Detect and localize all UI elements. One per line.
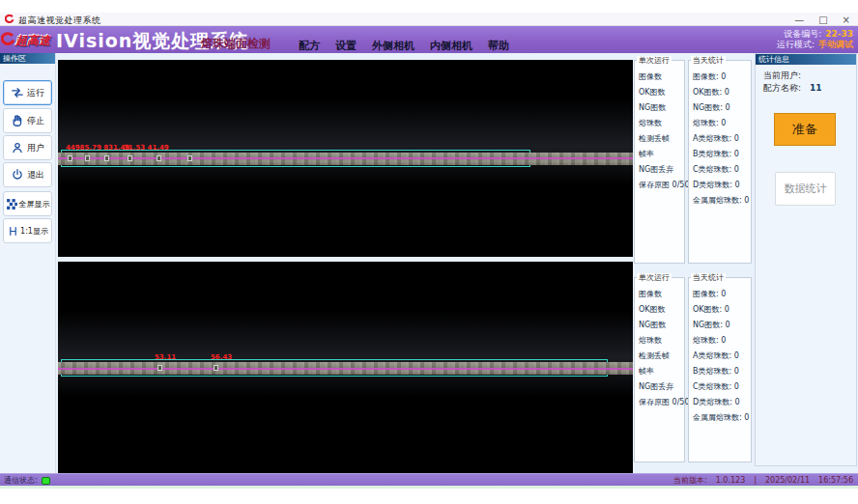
inner-camera-view: 53.11 56.43 (58, 262, 633, 473)
stat-row: B类熔珠数: 0 (693, 364, 751, 379)
minimize-button[interactable]: — (794, 14, 804, 25)
stat-row: NG图数 (639, 100, 684, 116)
stat-row: B类熔珠数: 0 (693, 147, 751, 162)
version-value: 1.0.123 (716, 476, 746, 485)
single-run-title: 单次运行 (637, 273, 672, 283)
exit-button[interactable]: 退出 (3, 162, 52, 187)
detection-mark (128, 155, 132, 161)
fullscreen-button[interactable]: 全屏显示 (3, 191, 52, 216)
run-button[interactable]: 运行 (3, 80, 52, 105)
laser-line (58, 368, 633, 370)
exit-button-label: 退出 (27, 169, 44, 182)
one-to-one-button[interactable]: 1:1显示 (3, 218, 52, 243)
stop-button[interactable]: 停止 (3, 108, 52, 133)
fullscreen-button-label: 全屏显示 (19, 199, 50, 210)
recipe-name-label: 配方名称: (763, 83, 801, 93)
run-mode-label: 运行模式: (777, 40, 815, 50)
one-to-one-icon (7, 225, 19, 238)
stats-group-outer: 单次运行 图像数 OK图数 NG图数 熔珠数 检测丢帧 帧率 NG图丢弃 保存原… (634, 56, 752, 264)
fullscreen-grid-icon (6, 198, 18, 210)
stat-row: 熔珠数: 0 (693, 116, 751, 131)
stat-row: OK图数 (639, 85, 684, 100)
user-button[interactable]: 用户 (3, 135, 52, 160)
prepare-button[interactable]: 准备 (774, 113, 836, 146)
menu-inner-camera[interactable]: 内侧相机 (430, 39, 472, 53)
separator: | (754, 476, 757, 485)
stat-row: 保存原图 0/500 (639, 178, 684, 193)
stat-row: OK图数 (639, 302, 684, 318)
detection-mark (187, 155, 192, 161)
stat-row: OK图数: 0 (693, 302, 751, 318)
stat-row: 熔珠数 (639, 333, 684, 349)
stat-row: 熔珠数 (639, 116, 684, 131)
detection-mark (214, 365, 218, 371)
close-button[interactable]: × (843, 14, 850, 25)
version-label: 当前版本: (673, 475, 707, 486)
single-run-box: 单次运行 图像数 OK图数 NG图数 熔珠数 检测丢帧 帧率 NG图丢弃 保存原… (634, 60, 685, 264)
app-subtitle: 熔珠端面检测 (201, 36, 271, 52)
stat-row: D类熔珠数: 0 (693, 178, 751, 193)
measurement-annotation: 53.11 (155, 353, 176, 361)
sidebar-title: 操作区 (0, 53, 55, 64)
menu-help[interactable]: 帮助 (488, 39, 509, 53)
os-title-bar: 超高速视觉处理系统 — □ × (0, 13, 858, 26)
current-user-row: 当前用户: (763, 70, 807, 82)
detection-mark (68, 155, 72, 161)
bottom-accent-strip (0, 486, 858, 489)
camera-background-band (58, 98, 633, 185)
data-statistics-button[interactable]: 数据统计 (775, 172, 836, 206)
stat-row: NG图数: 0 (693, 318, 751, 333)
today-stats-box: 当天统计 图像数: 0 OK图数: 0 NG图数: 0 熔珠数: 0 A类熔珠数… (688, 277, 752, 462)
recipe-name-row: 配方名称: 11 (763, 82, 821, 95)
detection-mark (104, 155, 109, 161)
statistics-info-panel: 统计信息 当前用户: 配方名称: 11 准备 数据统计 (755, 53, 857, 466)
stat-row: 图像数: 0 (693, 287, 751, 302)
stat-row: NG图丢弃 (639, 379, 684, 395)
status-date: 2025/02/11 (765, 476, 810, 485)
menu-settings[interactable]: 设置 (335, 39, 357, 53)
stat-row: 检测丢帧 (639, 131, 684, 147)
device-number-row: 设备编号: 22-33 (777, 29, 853, 40)
today-stats-title: 当天统计 (691, 273, 726, 283)
run-mode-row: 运行模式: 手动调试 (777, 40, 853, 50)
comm-status-label: 通信状态: (4, 475, 38, 486)
stat-row: C类熔珠数: 0 (693, 379, 751, 395)
outer-camera-view: 44985.79 831.49 31.53 41.49 (58, 60, 633, 257)
status-bar: 通信状态: 当前版本: 1.0.123 | 2025/02/11 16:57:5… (0, 473, 858, 486)
today-stats-title: 当天统计 (691, 56, 726, 66)
stat-row: 图像数 (639, 287, 684, 302)
run-mode-value: 手动调试 (818, 40, 853, 50)
single-run-rows: 图像数 OK图数 NG图数 熔珠数 检测丢帧 帧率 NG图丢弃 保存原图 0/5… (635, 278, 684, 410)
measurement-annotation: 44985.79 831.49 (66, 144, 129, 152)
menu-recipe[interactable]: 配方 (299, 39, 320, 53)
measurement-annotation: 31.53 41.49 (124, 144, 169, 152)
stat-row: 检测丢帧 (639, 349, 684, 364)
device-info: 设备编号: 22-33 运行模式: 手动调试 (777, 29, 853, 50)
laser-line (58, 157, 633, 159)
maximize-button[interactable]: □ (818, 14, 827, 25)
single-run-box: 单次运行 图像数 OK图数 NG图数 熔珠数 检测丢帧 帧率 NG图丢弃 保存原… (634, 277, 685, 462)
stop-button-label: 停止 (27, 115, 44, 127)
comm-status-indicator (42, 477, 50, 485)
stat-row: NG图丢弃 (639, 162, 684, 178)
app-window: 超高速视觉处理系统 — □ × 超高速 IVision视觉处理系统 熔珠端面检测… (0, 0, 858, 504)
stat-row: A类熔珠数: 0 (693, 349, 751, 364)
hand-stop-icon (11, 114, 24, 127)
stat-row: NG图数: 0 (693, 100, 751, 116)
current-user-label: 当前用户: (763, 70, 801, 80)
stat-row: 保存原图 0/500 (639, 395, 684, 410)
stat-row: 金属屑熔珠数: 0 (693, 410, 751, 426)
today-stats-rows: 图像数: 0 OK图数: 0 NG图数: 0 熔珠数: 0 A类熔珠数: 0 B… (689, 278, 751, 426)
device-number-value: 22-33 (825, 29, 853, 40)
stat-row: 图像数: 0 (693, 70, 751, 85)
stat-row: 帧率 (639, 364, 684, 379)
stat-row: A类熔珠数: 0 (693, 131, 751, 147)
window-controls: — □ × (794, 13, 850, 26)
stat-row: D类熔珠数: 0 (693, 395, 751, 410)
stat-row: OK图数: 0 (693, 85, 751, 100)
stat-row: NG图数 (639, 318, 684, 333)
menu-outer-camera[interactable]: 外侧相机 (372, 39, 415, 53)
power-icon (11, 168, 24, 182)
single-run-title: 单次运行 (637, 56, 672, 66)
single-run-rows: 图像数 OK图数 NG图数 熔珠数 检测丢帧 帧率 NG图丢弃 保存原图 0/5… (635, 61, 684, 193)
